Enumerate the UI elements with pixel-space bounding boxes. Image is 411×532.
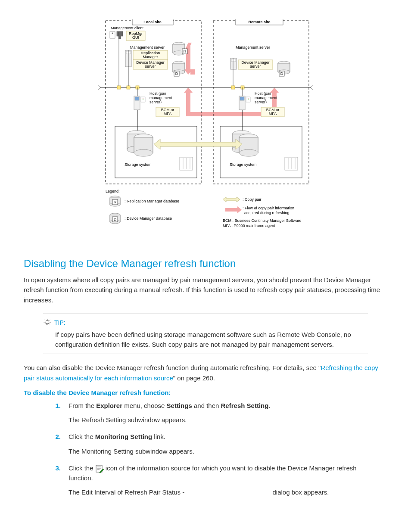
svg-rect-137 — [47, 324, 48, 325]
tip-label: TIP: — [54, 319, 65, 326]
svg-rect-37 — [231, 59, 236, 62]
step-number: 3. — [54, 463, 61, 498]
d-cylinder-remote: D — [278, 61, 290, 76]
svg-rect-96 — [180, 157, 193, 170]
storage-cyl-local — [127, 131, 153, 156]
legend-d: D — [110, 213, 120, 224]
svg-rect-54 — [231, 86, 235, 89]
legend-r: R — [110, 196, 120, 206]
step-2: 2. Click the Monitoring Setting link. Th… — [54, 432, 374, 456]
legend-copy-arrow — [223, 197, 240, 202]
svg-text:server: server — [145, 64, 156, 68]
svg-text:server): server) — [149, 100, 162, 104]
svg-text:acquired during refreshing: acquired during refreshing — [244, 211, 290, 215]
d-cylinder-local: D — [173, 61, 185, 76]
svg-rect-51 — [117, 86, 121, 89]
svg-rect-49 — [98, 85, 101, 90]
lightbulb-icon — [43, 318, 52, 327]
tip-rule-bottom — [43, 354, 368, 354]
step-result: The Refresh Setting subwindow appears. — [68, 415, 374, 425]
svg-text:MFA : P9000 mainframe agent: MFA : P9000 mainframe agent — [223, 224, 275, 228]
legend-label: Legend: — [106, 189, 120, 193]
step-result: The Edit Interval of Refresh Pair Status… — [68, 487, 374, 497]
svg-text:R: R — [184, 49, 187, 53]
document-page: Local site Remote site Management client… — [0, 0, 411, 532]
remote-site-label: Remote site — [248, 20, 270, 24]
svg-text:MFA: MFA — [269, 112, 277, 116]
svg-point-67 — [143, 98, 143, 99]
svg-text:: Device Manager database: : Device Manager database — [125, 216, 172, 221]
tip-block: TIP: If copy pairs have been defined usi… — [43, 314, 368, 355]
copy-pair-arrow — [154, 139, 242, 149]
svg-point-93 — [134, 149, 153, 156]
tip-rule-top — [43, 314, 368, 314]
host-local-icon — [134, 96, 140, 110]
svg-text:: Flow of copy pair informatio: : Flow of copy pair information — [243, 206, 294, 210]
svg-text:D: D — [175, 72, 178, 76]
svg-line-144 — [50, 324, 50, 324]
local-site-label: Local site — [143, 20, 162, 24]
svg-rect-111 — [285, 157, 298, 170]
tip-body: If copy pairs have been defined using st… — [55, 330, 368, 350]
para-auto-refresh: You can also disable the Device Manager … — [24, 363, 387, 383]
svg-point-79 — [248, 98, 249, 99]
svg-text:D: D — [114, 217, 117, 221]
client-icon — [110, 31, 123, 39]
intro-paragraph: In open systems where all copy pairs are… — [24, 275, 387, 305]
svg-text:Storage system: Storage system — [230, 162, 257, 167]
svg-text:MFA: MFA — [164, 112, 172, 116]
svg-rect-7 — [110, 31, 115, 38]
svg-point-8 — [112, 33, 113, 34]
svg-point-108 — [239, 149, 258, 156]
mgmt-server-local-label: Management server — [130, 45, 165, 50]
svg-text:R: R — [114, 200, 117, 204]
svg-rect-77 — [240, 97, 244, 100]
step-result: The Monitoring Setting subwindow appears… — [68, 446, 374, 456]
step-3: 3. Click the icon of the information sou… — [54, 463, 374, 498]
procedure-subtitle: To disable the Device Manager refresh fu… — [24, 389, 387, 396]
edit-icon — [95, 464, 104, 473]
svg-point-68 — [143, 99, 143, 100]
flow-arrows — [184, 43, 279, 116]
svg-rect-52 — [127, 86, 130, 89]
svg-rect-50 — [310, 85, 313, 90]
svg-line-139 — [45, 320, 46, 320]
svg-rect-65 — [135, 97, 139, 100]
svg-rect-4 — [190, 69, 195, 75]
server-remote-icon — [230, 58, 237, 69]
svg-marker-1 — [184, 87, 193, 113]
svg-text:Host (pair: Host (pair — [149, 91, 166, 96]
legend-flow-arrow — [225, 206, 242, 213]
mgmt-client-label: Management client — [111, 26, 144, 30]
svg-text:server): server) — [255, 100, 267, 104]
svg-point-80 — [248, 99, 249, 100]
svg-text:management: management — [255, 96, 277, 100]
svg-text:GUI: GUI — [132, 35, 139, 40]
svg-text:Manager: Manager — [143, 55, 158, 59]
step-number: 1. — [54, 401, 61, 425]
svg-line-140 — [50, 320, 50, 320]
svg-line-143 — [45, 324, 46, 324]
svg-text:Storage system: Storage system — [125, 162, 152, 167]
r-cylinder-local: R — [173, 42, 187, 55]
mgmt-server-remote-label: Management server — [236, 45, 270, 50]
svg-text:server: server — [250, 64, 261, 68]
svg-rect-9 — [117, 31, 123, 36]
svg-text:: Replication Manager database: : Replication Manager database — [125, 199, 179, 203]
architecture-diagram: Local site Remote site Management client… — [98, 19, 313, 245]
svg-text:BCM : Business Continuity Mana: BCM : Business Continuity Manager Softwa… — [223, 218, 302, 223]
svg-point-136 — [46, 320, 49, 324]
svg-text:: Copy pair: : Copy pair — [243, 197, 262, 202]
svg-text:Host (pair: Host (pair — [255, 91, 271, 96]
section-title: Disabling the Device Manager refresh fun… — [24, 258, 387, 270]
svg-text:D: D — [280, 72, 283, 76]
svg-text:management: management — [149, 96, 172, 100]
step-number: 2. — [54, 432, 61, 456]
step-1: 1. From the Explorer menu, choose Settin… — [54, 401, 374, 425]
procedure-steps: 1. From the Explorer menu, choose Settin… — [54, 401, 374, 498]
host-remote-icon — [239, 96, 245, 110]
